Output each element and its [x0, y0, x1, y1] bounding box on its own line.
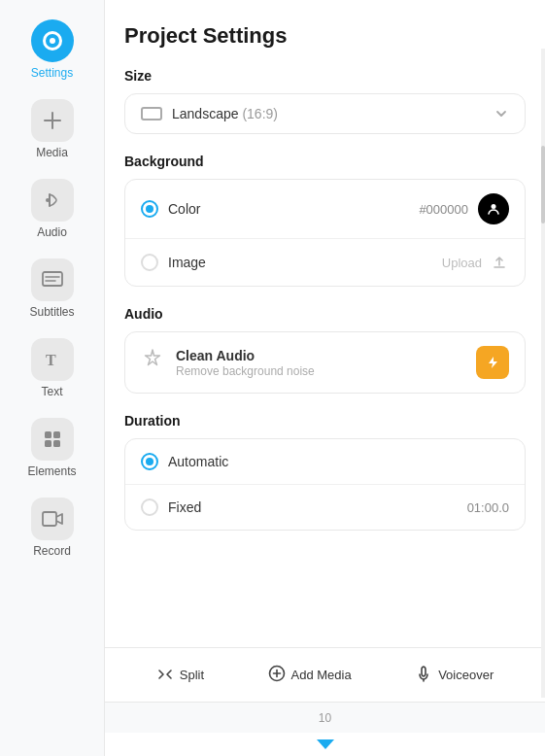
- chevron-down-icon: [494, 106, 509, 121]
- size-left: Landscape (16:9): [141, 106, 278, 121]
- elements-icon: [31, 418, 74, 461]
- page-number: 10: [319, 711, 331, 725]
- size-dropdown[interactable]: Landscape (16:9): [125, 94, 525, 133]
- sidebar-item-text[interactable]: T Text: [10, 330, 95, 406]
- svg-rect-7: [45, 431, 51, 438]
- sidebar-label-media: Media: [36, 146, 68, 159]
- page-number-area: 10: [105, 702, 545, 733]
- size-section-label: Size: [124, 68, 526, 84]
- fixed-radio[interactable]: [141, 498, 158, 516]
- split-label: Split: [180, 668, 204, 682]
- sidebar-label-subtitles: Subtitles: [29, 305, 74, 319]
- media-icon: [31, 99, 74, 142]
- settings-icon: [31, 19, 74, 62]
- svg-text:T: T: [46, 352, 56, 368]
- voiceover-label: Voiceover: [438, 668, 494, 682]
- svg-rect-9: [45, 440, 51, 447]
- voiceover-icon: [415, 665, 432, 686]
- color-radio-inner: [146, 205, 153, 213]
- automatic-label: Automatic: [168, 454, 509, 469]
- svg-point-2: [46, 198, 50, 202]
- subtitles-icon: [31, 258, 74, 301]
- audio-section-label: Audio: [124, 306, 526, 322]
- split-button[interactable]: Split: [147, 659, 214, 692]
- record-icon: [31, 498, 74, 540]
- page-title: Project Settings: [124, 23, 526, 49]
- svg-rect-10: [53, 440, 60, 447]
- content-area: Project Settings Size Landscape (16:9): [105, 0, 545, 647]
- image-row: Image Upload: [125, 238, 525, 286]
- upload-text: Upload: [442, 256, 482, 270]
- sidebar-item-settings[interactable]: Settings: [10, 12, 95, 87]
- add-media-button[interactable]: Add Media: [258, 659, 361, 692]
- size-text: Landscape (16:9): [172, 106, 278, 121]
- sidebar-item-elements[interactable]: Elements: [10, 410, 95, 486]
- color-radio[interactable]: [141, 200, 158, 218]
- bottom-toolbar: Split Add Media: [105, 647, 545, 702]
- add-media-icon: [268, 665, 286, 686]
- sidebar-item-media[interactable]: Media: [10, 91, 95, 167]
- color-value: #000000: [419, 202, 468, 217]
- sidebar-label-record: Record: [33, 544, 71, 558]
- image-radio[interactable]: [141, 254, 158, 271]
- sidebar-item-record[interactable]: Record: [10, 490, 95, 566]
- scrollbar-track[interactable]: [541, 49, 545, 698]
- upload-icon[interactable]: [490, 253, 509, 272]
- svg-rect-3: [43, 272, 62, 286]
- voiceover-button[interactable]: Voiceover: [405, 659, 503, 692]
- scrollbar-thumb: [541, 146, 545, 223]
- clean-audio-row: Clean Audio Remove background noise: [125, 332, 525, 393]
- bottom-triangle-icon: [317, 739, 334, 749]
- sidebar-item-audio[interactable]: Audio: [10, 171, 95, 247]
- lightning-button[interactable]: [476, 346, 509, 379]
- color-row: Color #000000: [125, 180, 525, 238]
- svg-rect-8: [53, 431, 60, 438]
- background-card: Color #000000 Image Upload: [124, 179, 526, 287]
- split-icon: [156, 665, 174, 686]
- audio-icon: [31, 179, 74, 222]
- sidebar-item-subtitles[interactable]: Subtitles: [10, 251, 95, 326]
- fixed-row: Fixed 01:00.0: [125, 484, 525, 530]
- landscape-icon: [141, 107, 162, 120]
- fixed-value: 01:00.0: [467, 500, 509, 515]
- background-section-label: Background: [124, 154, 526, 169]
- sidebar: Settings Media Audio: [0, 0, 105, 756]
- svg-rect-11: [43, 512, 56, 526]
- audio-feature-title: Clean Audio: [176, 348, 464, 363]
- image-label: Image: [168, 255, 442, 270]
- duration-card: Automatic Fixed 01:00.0: [124, 438, 526, 531]
- color-swatch[interactable]: [478, 193, 509, 224]
- audio-texts: Clean Audio Remove background noise: [176, 348, 464, 378]
- color-label: Color: [168, 201, 419, 217]
- size-card: Landscape (16:9): [124, 93, 526, 134]
- sidebar-label-elements: Elements: [27, 464, 76, 478]
- sidebar-label-settings: Settings: [31, 66, 73, 80]
- duration-section-label: Duration: [124, 413, 526, 429]
- sparkle-icon: [141, 348, 164, 377]
- automatic-row: Automatic: [125, 439, 525, 484]
- main-content: Project Settings Size Landscape (16:9): [105, 0, 545, 756]
- automatic-radio[interactable]: [141, 453, 158, 470]
- svg-point-12: [492, 204, 496, 209]
- sidebar-label-audio: Audio: [37, 225, 67, 239]
- add-media-label: Add Media: [291, 668, 352, 682]
- fixed-label: Fixed: [168, 499, 467, 515]
- sidebar-label-text: Text: [41, 385, 62, 398]
- automatic-radio-inner: [146, 458, 153, 465]
- text-icon: T: [31, 338, 74, 381]
- bottom-area: Split Add Media: [105, 647, 545, 756]
- audio-card: Clean Audio Remove background noise: [124, 331, 526, 394]
- bottom-triangle-area: [105, 733, 545, 756]
- audio-feature-subtitle: Remove background noise: [176, 364, 464, 378]
